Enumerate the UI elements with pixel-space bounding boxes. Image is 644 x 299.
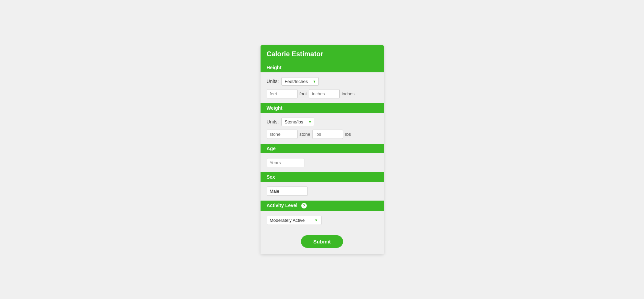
weight-units-label: Units: xyxy=(267,119,279,124)
height-units-select[interactable]: Feet/Inches Centimeters xyxy=(281,77,319,86)
height-section-header: Height xyxy=(261,63,384,72)
activity-select-wrapper[interactable]: Sedentary Lightly Active Moderately Acti… xyxy=(267,216,321,225)
weight-units-row: Units: Stone/lbs Kilograms Pounds xyxy=(267,118,378,126)
activity-section-label: Activity Level xyxy=(267,203,298,208)
age-input[interactable] xyxy=(267,158,304,167)
activity-section-body: Sedentary Lightly Active Moderately Acti… xyxy=(261,211,384,230)
weight-lbs-label: lbs xyxy=(345,132,351,137)
height-units-label: Units: xyxy=(267,79,279,84)
weight-stone-label: stone xyxy=(300,132,311,137)
height-feet-input[interactable] xyxy=(267,89,298,98)
height-inches-label: inches xyxy=(342,91,355,96)
weight-units-select[interactable]: Stone/lbs Kilograms Pounds xyxy=(281,118,314,126)
height-section-body: Units: Feet/Inches Centimeters foot inch… xyxy=(261,72,384,103)
weight-units-select-wrapper[interactable]: Stone/lbs Kilograms Pounds xyxy=(281,118,314,126)
weight-input-row: stone lbs xyxy=(267,130,378,139)
app-title: Calorie Estimator xyxy=(261,45,384,63)
weight-lbs-input[interactable] xyxy=(312,130,343,139)
weight-stone-input[interactable] xyxy=(267,130,298,139)
sex-section-body: Male Female xyxy=(261,182,384,201)
activity-select[interactable]: Sedentary Lightly Active Moderately Acti… xyxy=(267,216,321,225)
age-section-body xyxy=(261,153,384,172)
age-section-header: Age xyxy=(261,144,384,153)
activity-help-icon[interactable]: ? xyxy=(301,203,307,209)
activity-section-header: Activity Level ? xyxy=(261,201,384,211)
submit-button[interactable]: Submit xyxy=(301,235,343,248)
submit-row: Submit xyxy=(261,230,384,254)
height-units-row: Units: Feet/Inches Centimeters xyxy=(267,77,378,86)
sex-section-header: Sex xyxy=(261,172,384,182)
height-inches-input[interactable] xyxy=(309,89,340,98)
weight-section-body: Units: Stone/lbs Kilograms Pounds stone … xyxy=(261,113,384,144)
height-input-row: foot inches xyxy=(267,89,378,98)
sex-select-wrapper[interactable]: Male Female xyxy=(267,187,308,196)
calorie-estimator-card: Calorie Estimator Height Units: Feet/Inc… xyxy=(261,45,384,254)
sex-select[interactable]: Male Female xyxy=(267,187,308,196)
weight-section-header: Weight xyxy=(261,103,384,113)
height-foot-label: foot xyxy=(300,91,307,96)
height-units-select-wrapper[interactable]: Feet/Inches Centimeters xyxy=(281,77,319,86)
